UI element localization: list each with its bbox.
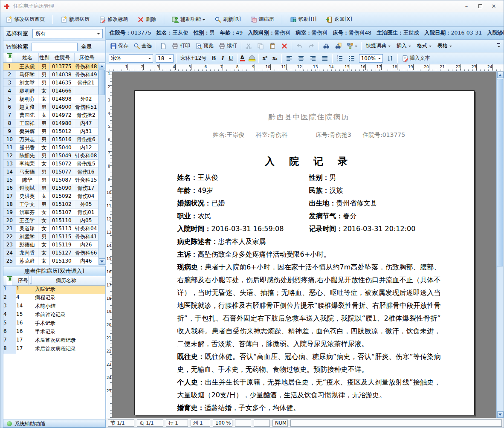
italic-button[interactable]: I — [220, 55, 225, 62]
cut-button[interactable] — [244, 42, 253, 50]
system-assist-bar[interactable]: 系统辅助功能 — [3, 420, 106, 428]
maximize-button[interactable] — [477, 3, 483, 9]
line-break-marks-button[interactable] — [385, 54, 395, 63]
new-record-button[interactable]: 新增病历 — [59, 14, 91, 24]
excel-export-icon[interactable] — [3, 276, 16, 285]
record-row[interactable]: 817术后首次病程记录 — [3, 345, 105, 354]
edit-title-button[interactable]: 修改标题 — [97, 14, 130, 24]
new-document-button[interactable] — [159, 42, 168, 50]
toolbar-overflow-button[interactable] — [497, 43, 501, 49]
record-row[interactable]: 11入院记录 — [3, 286, 105, 294]
superscript-button[interactable]: x² — [261, 55, 269, 62]
scroll-down-icon[interactable] — [99, 258, 105, 265]
menu-format[interactable]: 格式 — [415, 41, 433, 50]
document-scrollbar[interactable] — [496, 72, 504, 418]
scroll-up-icon[interactable] — [99, 63, 105, 69]
bulleted-list-button[interactable] — [347, 54, 356, 63]
return-button[interactable]: 返回[X] — [324, 14, 354, 24]
font-color-button[interactable]: A — [240, 55, 245, 61]
department-select[interactable]: 所有 — [32, 29, 103, 38]
patient-row[interactable]: 11熊书香女015040内12 — [3, 144, 98, 152]
patient-row[interactable]: 10万兴志男015016骨伤抢6 — [3, 136, 98, 144]
fetch-record-button[interactable]: 调病历 — [249, 14, 276, 24]
menu-table[interactable]: 表格 — [436, 41, 454, 50]
align-center-button[interactable] — [296, 54, 306, 63]
paste-button[interactable] — [268, 42, 277, 50]
patient-row[interactable]: 21吴道珍女015113针灸科04 — [3, 225, 98, 233]
numbered-list-button[interactable]: 123 — [335, 54, 345, 63]
patient-row[interactable]: 8王国祥男014980内47 — [3, 119, 98, 127]
document-page[interactable]: 黔西县中医院住院病历 姓名:王崇俊科室:骨伤科床号:骨伤抢3住院号:013775… — [134, 90, 475, 415]
align-justify-button[interactable] — [320, 54, 330, 63]
patient-row[interactable]: 16钟朝斌男015090骨伤17 — [3, 184, 98, 192]
patient-row[interactable]: 1王从俊男013775骨伤科48 — [3, 63, 98, 71]
close-button[interactable]: ✕ — [491, 3, 497, 9]
column-header-name[interactable]: 姓名 — [16, 53, 39, 62]
patient-row[interactable]: 7曹国先女014972骨伤抢2 — [3, 111, 98, 119]
show-all-button[interactable]: 全显 — [81, 43, 92, 51]
column-header-bed-no[interactable]: 床位号 — [75, 53, 99, 62]
patient-row[interactable]: 13李纯荣女015072骨伤抢5 — [3, 160, 98, 168]
select-all-button[interactable]: 全选 — [132, 41, 153, 50]
insert-text-button[interactable]: 插入文本 — [400, 54, 432, 63]
menu-insert[interactable]: 插入 — [395, 41, 413, 50]
scrollbar-thumb[interactable] — [98, 69, 105, 95]
patient-row[interactable]: 25苏克群女015130内46 — [3, 257, 98, 265]
patient-row[interactable]: 4廖明群女014666 — [3, 87, 98, 95]
column-header-admission-no[interactable]: 住院号 — [50, 53, 75, 62]
records-panel-header[interactable]: 患者住院病历[双击调入] — [3, 266, 106, 276]
patient-row[interactable]: 12陈拥先男015049针灸科08 — [3, 152, 98, 160]
find-button[interactable] — [322, 42, 331, 50]
smart-search-input[interactable] — [32, 43, 78, 51]
excel-export-icon[interactable] — [3, 53, 16, 62]
patient-row[interactable]: 22刘孟学男015115骨伤科41 — [3, 233, 98, 241]
patient-row[interactable]: 17史洪英女015092骨伤04 — [3, 192, 98, 200]
column-header-sex[interactable]: 性别 — [39, 53, 50, 62]
record-row[interactable]: 415术前讨论记录 — [3, 311, 105, 320]
edit-record-home-button[interactable]: 修改病历首页 — [4, 14, 46, 24]
align-left-button[interactable] — [284, 54, 294, 63]
subscript-button[interactable]: x₂ — [271, 55, 278, 62]
structure-view-button[interactable] — [345, 42, 359, 50]
highlight-color-button[interactable] — [247, 55, 256, 62]
patient-row[interactable]: 24龙尚香女015127骨伤科66 — [3, 249, 98, 257]
font-name-select[interactable]: 宋体 — [109, 54, 153, 63]
find-replace-button[interactable] — [333, 42, 343, 50]
record-row[interactable]: 717术后首次病程记录 — [3, 337, 105, 345]
minimize-button[interactable]: – — [463, 3, 469, 9]
patient-row[interactable]: 20王圣学女015110内05 — [3, 217, 98, 225]
underline-button[interactable]: U — [227, 55, 234, 62]
undo-button[interactable] — [295, 42, 304, 50]
align-right-button[interactable] — [308, 54, 318, 63]
patient-row[interactable]: 9樊兴辉男015012内31 — [3, 127, 98, 136]
bold-button[interactable]: B — [210, 55, 217, 62]
delete-button[interactable]: 删除 — [136, 14, 158, 24]
print-button[interactable]: 打印 — [171, 41, 191, 50]
continue-print-button[interactable]: 续打 — [217, 41, 238, 50]
preview-button[interactable]: 预览 — [194, 41, 215, 50]
patient-row[interactable]: 14马安德男015077骨伤16 — [3, 168, 98, 176]
save-button[interactable]: 保存 — [109, 41, 130, 50]
patient-row[interactable]: 15陈华男015087针灸科15 — [3, 176, 98, 184]
patient-list-scrollbar[interactable] — [98, 63, 105, 265]
record-row[interactable]: 516手术记录 — [3, 320, 105, 328]
column-header-record-name[interactable]: 病历名称 — [33, 276, 99, 285]
copy-button[interactable] — [256, 42, 265, 50]
patient-row[interactable]: 6赵文俊男014900骨伤科51 — [3, 103, 98, 111]
delete-selection-button[interactable] — [280, 42, 289, 50]
record-row[interactable]: 24病程记录 — [3, 294, 105, 303]
scroll-up-icon[interactable] — [497, 72, 504, 78]
patient-row[interactable]: 23彭德仙女015119内26 — [3, 241, 98, 249]
patient-row[interactable]: 19洪军芬女015107骨伤01 — [3, 208, 98, 217]
refresh-button[interactable]: 刷新[R] — [213, 14, 243, 24]
zoom-select[interactable]: 100% — [359, 54, 383, 63]
patient-row[interactable]: 5杨明芬女014898外02 — [3, 95, 98, 103]
column-header-seq[interactable]: 序号 — [16, 276, 33, 285]
font-size-select[interactable]: 18 — [156, 54, 174, 63]
record-row[interactable]: 314术前小结 — [3, 303, 105, 311]
help-button[interactable]: ? 帮助[H] — [288, 14, 318, 24]
patient-row[interactable]: 3刘文举男014635骨伤21 — [3, 79, 98, 87]
scroll-down-icon[interactable] — [497, 411, 504, 418]
patient-row[interactable]: 2马怀学男014038骨伤科49 — [3, 71, 98, 79]
scrollbar-thumb[interactable] — [497, 79, 503, 266]
